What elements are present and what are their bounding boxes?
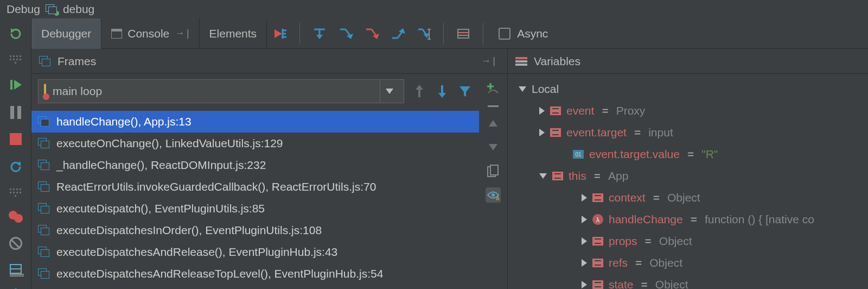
remove-watch-button[interactable] <box>488 105 499 107</box>
restart-button[interactable] <box>8 159 23 174</box>
svg-rect-14 <box>111 29 122 32</box>
variable-scope[interactable]: Local <box>508 78 868 100</box>
svg-text:A: A <box>496 196 500 201</box>
frame-label: _handleChange(), ReactDOMInput.js:232 <box>56 159 266 172</box>
variable-row[interactable]: context = Object <box>508 187 868 209</box>
layout-settings-button[interactable] <box>8 264 23 274</box>
variable-value: input <box>648 126 673 139</box>
force-step-into-button[interactable] <box>361 23 382 45</box>
primitive-icon: 01 <box>573 150 584 159</box>
variable-row[interactable]: event = Proxy <box>508 100 868 122</box>
variable-row[interactable]: event.target = input <box>508 122 868 143</box>
frame-label: executeDispatchesAndRelease(), EventPlug… <box>56 246 337 259</box>
expand-right-icon <box>539 129 545 136</box>
frame-row[interactable]: _handleChange(), ReactDOMInput.js:232 <box>31 154 479 176</box>
variable-name: refs <box>609 256 628 269</box>
show-watches-button[interactable]: A <box>486 187 501 203</box>
svg-marker-15 <box>275 29 282 38</box>
frame-label: executeDispatchesAndReleaseTopLevel(), E… <box>56 267 383 280</box>
frame-icon <box>38 268 50 279</box>
frame-row[interactable]: ReactErrorUtils.invokeGuardedCallback(),… <box>31 176 479 198</box>
frame-label: executeDispatchesInOrder(), EventPluginU… <box>56 224 322 237</box>
move-watch-down-button[interactable] <box>486 140 501 155</box>
tab-console[interactable]: Console → | <box>101 18 199 49</box>
step-into-button[interactable] <box>335 23 356 45</box>
frame-icon <box>38 116 50 127</box>
frame-icon <box>38 160 50 171</box>
variable-row[interactable]: refs = Object <box>508 252 868 274</box>
frame-icon <box>38 138 50 149</box>
tab-elements[interactable]: Elements <box>200 18 267 49</box>
frames-filter-button[interactable] <box>457 84 473 99</box>
expand-right-icon <box>582 237 587 245</box>
variable-value: function () { [native co <box>705 213 814 226</box>
frame-next-button[interactable] <box>435 84 450 99</box>
add-watch-button[interactable] <box>486 81 501 97</box>
frames-export-icon[interactable]: → | <box>481 55 495 67</box>
debug-config-name: debug <box>63 3 94 16</box>
view-breakpoints-button[interactable] <box>8 211 23 223</box>
equals-sign: = <box>643 235 654 248</box>
variable-row[interactable]: props = Object <box>508 230 868 252</box>
svg-point-49 <box>492 193 495 197</box>
debug-config-icon <box>46 4 58 14</box>
step-over-button[interactable] <box>309 23 330 45</box>
mute-breakpoints-button[interactable] <box>8 237 23 250</box>
expand-down-icon <box>539 173 547 179</box>
stop-button[interactable] <box>8 133 23 145</box>
copy-watch-button[interactable] <box>486 164 501 179</box>
variable-row[interactable]: λ handleChange = function () { [native c… <box>508 209 868 230</box>
svg-marker-34 <box>424 33 429 38</box>
variables-title: Variables <box>534 55 580 68</box>
equals-sign: = <box>632 126 643 139</box>
frame-icon <box>38 225 50 236</box>
equals-sign: = <box>651 191 662 204</box>
move-watch-up-button[interactable] <box>486 116 501 131</box>
variable-name: event.target.value <box>589 148 680 161</box>
stripe-separator-icon <box>9 189 22 197</box>
variable-value: Object <box>655 278 688 289</box>
titlebar: Debug debug <box>0 0 868 18</box>
pause-button[interactable] <box>8 106 23 119</box>
frame-row[interactable]: executeDispatchesAndRelease(), EventPlug… <box>31 241 479 263</box>
console-icon <box>111 29 122 39</box>
variable-row[interactable]: this = App <box>508 165 868 187</box>
step-out-button[interactable] <box>387 23 409 45</box>
frames-list[interactable]: handleChange(), App.js:13executeOnChange… <box>31 111 479 289</box>
variables-panel-header: Variables <box>508 49 868 73</box>
frame-row[interactable]: handleChange(), App.js:13 <box>31 111 479 133</box>
frame-row[interactable]: executeDispatch(), EventPluginUtils.js:8… <box>31 198 479 219</box>
tab-debugger[interactable]: Debugger <box>31 18 101 49</box>
frames-panel-header: Frames → | <box>31 49 508 73</box>
svg-rect-1 <box>10 80 12 90</box>
thread-selector-dropdown[interactable] <box>380 80 398 103</box>
thread-selector[interactable]: main loop <box>38 79 404 103</box>
equals-sign: = <box>599 104 610 117</box>
variable-row[interactable]: state = Object <box>508 274 868 289</box>
run-to-cursor-button[interactable] <box>413 23 435 45</box>
variable-name: event <box>566 104 594 117</box>
frame-row[interactable]: executeDispatchesInOrder(), EventPluginU… <box>31 219 479 241</box>
debug-side-stripe <box>0 18 31 289</box>
frames-title: Frames <box>58 55 96 68</box>
expand-right-icon <box>582 194 587 202</box>
frame-row[interactable]: executeDispatchesAndReleaseTopLevel(), E… <box>31 263 479 285</box>
variable-row[interactable]: 01 event.target.value = "R" <box>508 143 868 165</box>
variable-value: App <box>608 169 628 183</box>
resume-button[interactable] <box>8 78 23 92</box>
async-checkbox[interactable] <box>499 28 510 40</box>
variables-icon <box>515 57 527 66</box>
frames-icon <box>39 56 51 67</box>
rerun-button[interactable] <box>8 26 23 41</box>
equals-sign: = <box>639 278 650 289</box>
equals-sign: = <box>685 148 696 161</box>
frame-row[interactable]: executeOnChange(), LinkedValueUtils.js:1… <box>31 133 479 154</box>
frame-prev-button[interactable] <box>412 84 427 99</box>
variable-name: props <box>609 235 637 248</box>
evaluate-expression-button[interactable] <box>452 23 474 45</box>
svg-marker-46 <box>489 144 497 150</box>
svg-rect-48 <box>490 165 498 175</box>
show-execution-point-button[interactable] <box>269 23 291 45</box>
variables-tree[interactable]: Local event = Proxy event.target = input… <box>508 74 868 289</box>
frame-icon <box>38 181 50 192</box>
